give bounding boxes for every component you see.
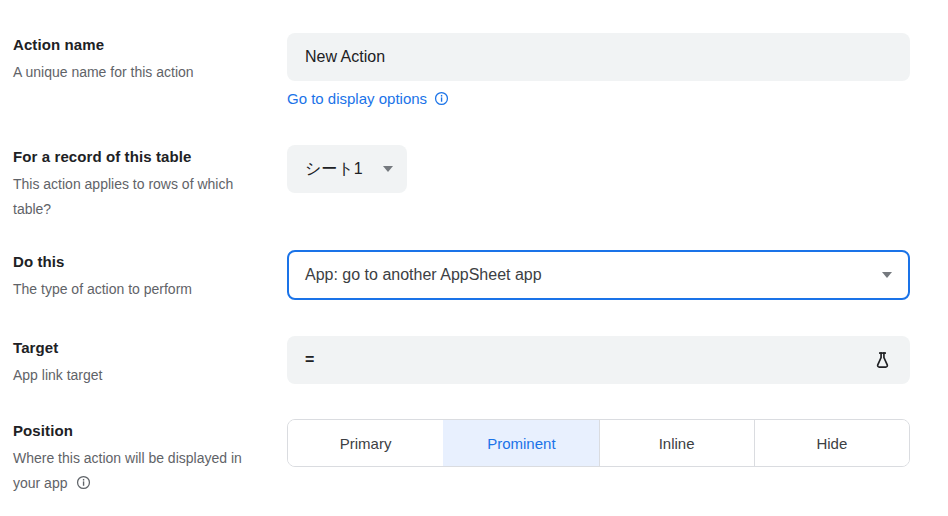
table-label-group: For a record of this table This action a… (13, 145, 287, 222)
flask-icon[interactable] (873, 351, 892, 370)
table-row: For a record of this table This action a… (13, 145, 910, 222)
position-label-group: Position Where this action will be displ… (13, 419, 287, 496)
action-name-value-col: New Action Go to display options (287, 33, 910, 107)
do-this-select-value: App: go to another AppSheet app (305, 266, 542, 284)
do-this-label: Do this (13, 253, 287, 270)
target-row: Target App link target = (13, 336, 910, 388)
info-icon[interactable] (434, 91, 449, 106)
chevron-down-icon (383, 166, 393, 172)
info-icon[interactable] (76, 475, 91, 490)
position-value-col: Primary Prominent Inline Hide (287, 419, 910, 467)
table-select[interactable]: シート1 (287, 145, 407, 193)
action-name-value: New Action (305, 48, 385, 66)
position-segmented-control: Primary Prominent Inline Hide (287, 419, 910, 467)
target-input[interactable]: = (287, 336, 910, 384)
action-name-row: Action name A unique name for this actio… (13, 33, 910, 107)
target-value-col: = (287, 336, 910, 384)
chevron-down-icon (882, 272, 892, 278)
action-name-description: A unique name for this action (13, 60, 261, 85)
table-select-value: シート1 (305, 159, 363, 180)
do-this-description: The type of action to perform (13, 277, 261, 302)
target-label: Target (13, 339, 287, 356)
do-this-select[interactable]: App: go to another AppSheet app (287, 250, 910, 300)
position-row: Position Where this action will be displ… (13, 419, 910, 496)
action-name-input[interactable]: New Action (287, 33, 910, 81)
action-name-label: Action name (13, 36, 287, 53)
position-description: Where this action will be displayed in y… (13, 446, 261, 496)
target-description: App link target (13, 363, 261, 388)
table-value-col: シート1 (287, 145, 910, 193)
table-description: This action applies to rows of which tab… (13, 172, 261, 222)
go-to-display-options-label: Go to display options (287, 90, 427, 107)
target-value: = (305, 351, 314, 369)
position-segment[interactable]: Hide (754, 420, 909, 466)
position-description-text: Where this action will be displayed in y… (13, 450, 242, 491)
position-label: Position (13, 422, 287, 439)
position-segment[interactable]: Prominent (443, 420, 598, 466)
action-name-label-group: Action name A unique name for this actio… (13, 33, 287, 85)
position-segment[interactable]: Inline (599, 420, 754, 466)
target-label-group: Target App link target (13, 336, 287, 388)
do-this-value-col: App: go to another AppSheet app (287, 250, 910, 300)
position-segment[interactable]: Primary (288, 420, 443, 466)
do-this-row: Do this The type of action to perform Ap… (13, 250, 910, 302)
do-this-label-group: Do this The type of action to perform (13, 250, 287, 302)
table-label: For a record of this table (13, 148, 287, 165)
go-to-display-options-link[interactable]: Go to display options (287, 90, 449, 107)
